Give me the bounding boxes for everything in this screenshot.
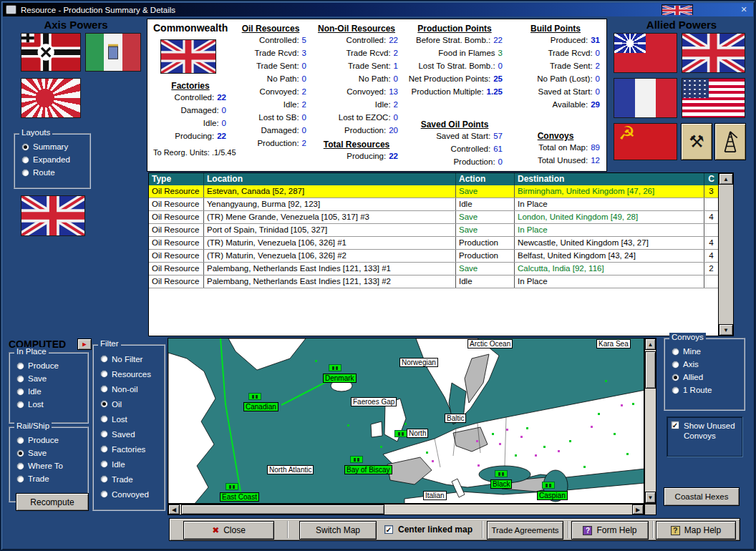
form-help-button[interactable]: ? Form Help xyxy=(571,521,649,540)
divider xyxy=(652,521,654,538)
ussr-flag[interactable] xyxy=(614,123,677,160)
stat-row-trade-rcvd: Trade Rcvd:0 xyxy=(507,47,604,59)
scrollbar-thumb[interactable] xyxy=(645,351,656,389)
radio-idle[interactable]: Idle xyxy=(11,385,86,398)
radio-resources[interactable]: Resources xyxy=(95,366,163,381)
map-vertical-scrollbar[interactable]: ▲ ▼ xyxy=(644,338,656,504)
radio-factories[interactable]: Factories xyxy=(95,442,163,457)
section-header-production-points: Production Points xyxy=(402,21,507,34)
stat-row-convoyed: Convoyed:2 xyxy=(231,85,311,98)
section-header-non-oil-resources: Non-Oil Resources xyxy=(311,21,402,34)
radio-summary[interactable]: Summary xyxy=(16,140,88,153)
radio-produce[interactable]: Produce xyxy=(11,359,86,372)
stat-row-damaged: Damaged:0 xyxy=(150,104,231,117)
scroll-up-icon[interactable]: ▲ xyxy=(645,338,656,350)
scrollbar-thumb[interactable] xyxy=(181,504,384,515)
resource-dot xyxy=(432,460,434,462)
table-row[interactable]: Oil Resource(TR) Maturin, Venezuela [106… xyxy=(149,250,733,263)
commonwealth-flag-left[interactable] xyxy=(21,195,85,236)
map-help-button[interactable]: ? Map Help xyxy=(656,521,736,540)
column-header-type[interactable]: Type xyxy=(149,173,204,185)
show-unused-checkbox[interactable]: ✓ xyxy=(671,421,679,429)
china-flag[interactable] xyxy=(614,33,677,73)
radio-dot xyxy=(21,156,29,164)
coastal-hexes-button[interactable]: Coastal Hexes xyxy=(664,487,740,506)
radio-convoyed[interactable]: Convoyed xyxy=(95,487,163,502)
convoys-label: Convoys xyxy=(669,333,706,341)
factories-icon-button[interactable]: ⚒ xyxy=(681,123,712,160)
radio-save[interactable]: Save xyxy=(11,447,86,459)
sea-zone-label-norwegian: Norwegian xyxy=(399,358,438,367)
resource-dot xyxy=(426,452,428,454)
column-header-destination[interactable]: Destination xyxy=(515,173,704,185)
oil-derrick-icon-button[interactable] xyxy=(714,123,746,160)
radio-save[interactable]: Save xyxy=(11,372,86,385)
radio-non-oil[interactable]: Non-oil xyxy=(95,381,163,396)
scroll-up-icon[interactable]: ▲ xyxy=(719,173,733,185)
computed-arrow-button[interactable]: ► xyxy=(77,338,92,350)
united-kingdom-flag[interactable] xyxy=(682,33,745,73)
stat-row-lost-to-strat-bomb: Lost To Strat. Bomb.:0 xyxy=(402,59,507,72)
radio-oil[interactable]: Oil xyxy=(95,396,163,411)
switch-map-button[interactable]: Switch Map xyxy=(299,521,377,540)
ireland-landmass xyxy=(371,421,382,437)
map-canvas[interactable]: DenmarkCanadianBay of BiscayEast CoastBl… xyxy=(168,338,644,504)
scroll-right-icon[interactable]: ▶ xyxy=(632,504,644,515)
stat-row-controlled: Controlled:5 xyxy=(231,34,311,47)
convoy-zone-label-denmark[interactable]: Denmark xyxy=(323,374,357,383)
radio-route[interactable]: Route xyxy=(16,166,88,179)
radio-expanded[interactable]: Expanded xyxy=(16,153,88,166)
radio-allied[interactable]: Allied xyxy=(667,371,742,384)
close-button[interactable]: ✖ Close xyxy=(183,521,274,540)
convoy-marker xyxy=(248,393,261,400)
scroll-left-icon[interactable]: ◀ xyxy=(168,504,180,515)
table-row[interactable]: Oil ResourcePalembang, Netherlands East … xyxy=(149,276,733,288)
radio-lost[interactable]: Lost xyxy=(95,411,163,426)
table-header-row: TypeLocationActionDestinationC xyxy=(149,173,733,185)
table-row[interactable]: Oil Resource(TR) Maturin, Venezuela [106… xyxy=(149,237,733,250)
map-horizontal-scrollbar[interactable]: ◀ ▶ xyxy=(168,504,644,515)
japan-flag[interactable] xyxy=(21,78,81,118)
scroll-down-icon[interactable]: ▼ xyxy=(645,492,656,503)
radio-lost[interactable]: Lost xyxy=(11,398,86,411)
reorg-units-note: To Reorg. Units: .1/5.45 xyxy=(150,148,231,157)
table-row[interactable]: Oil ResourcePort of Spain, Trinidad [105… xyxy=(149,224,733,237)
recompute-button[interactable]: Recompute xyxy=(16,493,89,511)
scrollbar-corner xyxy=(644,504,656,515)
table-row[interactable]: Oil ResourceEstevan, Canada [52, 287]Sav… xyxy=(149,185,733,198)
germany-flag[interactable] xyxy=(21,33,81,72)
resource-production-window: Resource - Production Summary & Details … xyxy=(0,0,756,551)
radio-saved[interactable]: Saved xyxy=(95,426,163,442)
radio-produce[interactable]: Produce xyxy=(11,434,86,447)
table-row[interactable]: Oil ResourcePalembang, Netherlands East … xyxy=(149,263,733,276)
trade-agreements-button[interactable]: Trade Agreements xyxy=(487,521,563,540)
column-header-action[interactable]: Action xyxy=(456,173,515,185)
scroll-down-icon[interactable]: ▼ xyxy=(719,324,733,336)
radio-trade[interactable]: Trade xyxy=(95,472,163,487)
radio-axis[interactable]: Axis xyxy=(667,358,742,371)
table-scrollbar[interactable]: ▲ ▼ xyxy=(718,173,733,336)
convoy-zone-label-caspian[interactable]: Caspian xyxy=(537,491,568,500)
column-header-location[interactable]: Location xyxy=(204,173,456,185)
convoy-zone-label-bay-of-biscay[interactable]: Bay of Biscay xyxy=(344,465,392,474)
table-row[interactable]: Oil ResourceYenangyaung, Burma [92, 123]… xyxy=(149,198,733,211)
radio-trade[interactable]: Trade xyxy=(11,472,86,485)
radio-where-to[interactable]: Where To xyxy=(11,459,86,472)
table-row[interactable]: Oil Resource(TR) Mene Grande, Venezuela … xyxy=(149,211,733,224)
close-window-icon[interactable]: ✕ xyxy=(737,4,750,15)
italy-flag[interactable] xyxy=(85,33,141,72)
radio-no-filter[interactable]: No Filter xyxy=(95,351,163,366)
column-header-c[interactable]: C xyxy=(704,173,719,185)
titlebar[interactable]: Resource - Production Summary & Details … xyxy=(3,3,753,16)
convoy-zone-label-black[interactable]: Black xyxy=(490,479,512,489)
convoy-zone-label-east-coast[interactable]: East Coast xyxy=(220,492,259,502)
radio-1-route[interactable]: 1 Route xyxy=(667,384,742,396)
usa-flag[interactable] xyxy=(682,78,745,118)
radio-idle[interactable]: Idle xyxy=(95,457,163,472)
resource-dot xyxy=(506,429,508,431)
france-flag[interactable] xyxy=(614,78,677,118)
radio-mine[interactable]: Mine xyxy=(667,345,742,358)
show-unused-convoys[interactable]: ✓ Show Unused Convoys xyxy=(667,416,742,457)
center-linked-map-checkbox[interactable]: ✓ xyxy=(384,525,393,534)
convoy-zone-label-canadian[interactable]: Canadian xyxy=(243,402,278,411)
